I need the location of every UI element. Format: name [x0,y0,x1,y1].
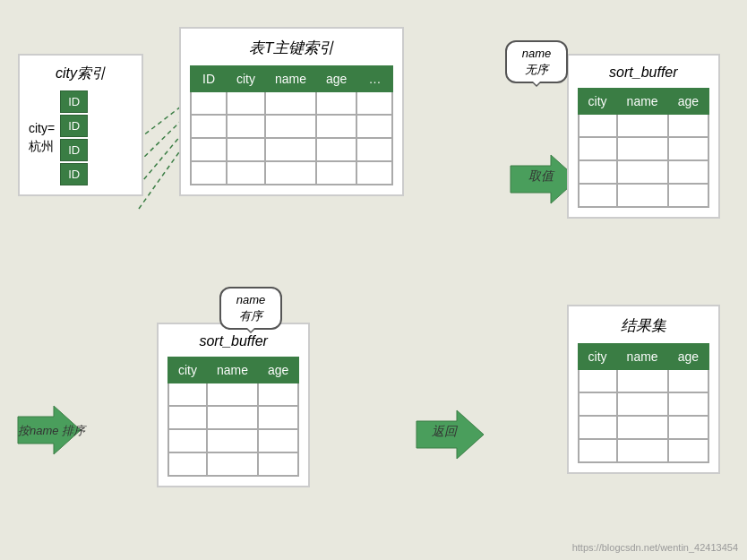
table-row [579,114,708,137]
primary-col-age: age [316,66,356,91]
city-label: city=杭州 [29,120,55,155]
watermark: https://blogcsdn.net/wentin_42413454 [572,542,738,553]
primary-table-box: 表T主键索引 ID city name age … [179,27,404,196]
id-cell-2: ID [60,115,88,137]
rs-col-age: age [668,344,708,369]
city-index-box: city索引 city=杭州 ID ID ID ID [18,54,143,196]
table-row [579,184,708,207]
bubble-name-ordered: name 有序 [219,287,282,330]
table-row [579,416,708,439]
sb-bot-col-age: age [258,358,298,383]
sort-buffer-bottom: sort_buffer city name age [157,323,310,487]
primary-col-name: name [265,66,316,91]
table-row [168,383,298,406]
bubble-name-unordered: name 无序 [505,40,568,83]
sort-by-name-label: 按name 排序 [18,423,85,439]
rs-col-city: city [579,344,617,369]
sort-buffer-top-table: city name age [578,88,709,208]
sort-buffer-bottom-title: sort_buffer [167,333,299,349]
table-row [579,160,708,184]
id-cell-3: ID [60,139,88,161]
table-row [168,406,298,429]
sb-top-col-age: age [668,89,708,114]
table-row [579,137,708,160]
sort-buffer-top-title: sort_buffer [578,65,709,81]
result-set-table: city name age [578,343,709,463]
id-cell-1: ID [60,90,88,113]
city-index-title: city索引 [29,65,133,83]
rs-col-name: name [617,344,668,369]
main-canvas: city索引 city=杭州 ID ID ID ID 表T主键索引 ID cit… [0,0,747,560]
table-row [579,439,708,462]
result-set-title: 结果集 [578,315,709,336]
id-column: ID ID ID ID [60,90,88,185]
sb-top-col-name: name [617,89,668,114]
primary-table-title: 表T主键索引 [190,38,393,58]
primary-table: ID city name age … [190,65,393,185]
id-cell-4: ID [60,163,88,185]
table-row [579,369,708,392]
table-row [191,115,392,138]
sort-buffer-top: sort_buffer city name age [567,54,720,219]
table-row [168,429,298,452]
primary-col-more: … [356,66,392,91]
sb-bot-col-city: city [168,358,207,383]
sort-buffer-bottom-table: city name age [167,357,299,477]
sb-top-col-city: city [579,89,617,114]
return-label: 返回 [432,424,457,440]
table-row [191,138,392,161]
table-row [191,161,392,185]
table-row [191,91,392,115]
sb-bot-col-name: name [207,358,258,383]
result-set-box: 结果集 city name age [567,305,720,474]
table-row [168,452,298,476]
primary-col-city: city [227,66,265,91]
fetch-value-label: 取值 [528,168,554,185]
primary-col-id: ID [191,66,227,91]
table-row [579,392,708,416]
